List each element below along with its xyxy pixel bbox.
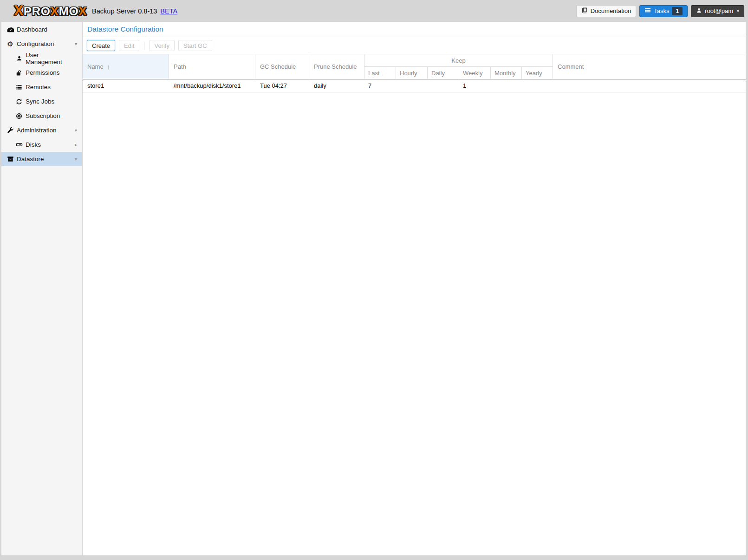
wordmark-part: X	[51, 4, 59, 18]
wordmark-part: X	[78, 4, 87, 18]
gears-icon: ⚙	[6, 40, 14, 47]
column-header-keep-weekly[interactable]: Weekly	[459, 67, 491, 79]
tasks-button-label: Tasks	[654, 7, 669, 14]
documentation-button[interactable]: Documentation	[576, 5, 636, 17]
sidebar-item-remotes[interactable]: Remotes	[1, 80, 82, 94]
sidebar-item-subscription[interactable]: Subscription	[1, 109, 82, 123]
sidebar-item-dashboard[interactable]: Dashboard	[1, 22, 82, 37]
create-button[interactable]: Create	[87, 40, 115, 51]
gear-glyph: ⚙	[7, 40, 13, 47]
sidebar-item-label: Sync Jobs	[26, 98, 54, 105]
list-icon	[15, 84, 23, 91]
documentation-button-label: Documentation	[591, 7, 631, 14]
chevron-down-icon[interactable]: ▾	[75, 156, 77, 162]
user-icon	[15, 55, 23, 61]
book-icon	[581, 7, 588, 15]
sidebar-item-label: Dashboard	[17, 26, 47, 33]
beta-link[interactable]: BETA	[160, 7, 177, 15]
top-header: X PROXMOX Backup Server 0.8-13 BETA Docu…	[0, 0, 748, 22]
table-header: Name ↑ Path GC Schedule Prune Schedule K…	[83, 54, 746, 79]
sidebar-item-label: User Management	[26, 52, 77, 65]
sync-icon	[15, 98, 23, 105]
sidebar-item-permissions[interactable]: Permissions	[1, 65, 82, 80]
table-row-store1[interactable]: store1 /mnt/backup/disk1/store1 Tue 04:2…	[83, 79, 746, 92]
sidebar-item-datastore[interactable]: Datastore ▾	[1, 152, 82, 166]
column-header-keep-yearly[interactable]: Yearly	[522, 67, 553, 79]
product-version-label: Backup Server 0.8-13	[92, 7, 157, 15]
column-header-keep-daily[interactable]: Daily	[428, 67, 459, 79]
hdd-icon	[15, 141, 23, 148]
column-group-keep-label: Keep	[364, 54, 553, 67]
cell-keep-last: 7	[364, 82, 396, 89]
chevron-down-icon: ▾	[737, 8, 739, 13]
column-header-comment[interactable]: Comment	[553, 54, 746, 79]
start-gc-button[interactable]: Start GC	[178, 40, 212, 51]
proxmox-x-icon: X	[14, 4, 23, 18]
user-menu-label: root@pam	[705, 7, 733, 14]
sidebar-item-user-management[interactable]: User Management	[1, 51, 82, 65]
archive-icon	[6, 156, 14, 163]
chevron-right-icon[interactable]: ▸	[75, 142, 77, 147]
edit-button[interactable]: Edit	[119, 40, 139, 51]
column-header-keep-monthly[interactable]: Monthly	[491, 67, 522, 79]
column-header-gc-schedule[interactable]: GC Schedule	[255, 54, 309, 79]
life-ring-icon	[15, 113, 23, 119]
tasks-count-badge: 1	[672, 7, 683, 15]
panel-titlebar: Datastore Configuration	[83, 22, 746, 37]
datastore-toolbar: Create Edit Verify Start GC	[83, 37, 746, 54]
unlock-icon	[15, 70, 23, 76]
wordmark-part: PRO	[24, 4, 51, 18]
cell-prune-schedule: daily	[309, 82, 364, 89]
wrench-icon	[6, 127, 14, 134]
app-frame: Dashboard ⚙ Configuration ▾ User Managem…	[1, 22, 746, 555]
toolbar-separator	[144, 42, 144, 50]
column-header-keep-last[interactable]: Last	[364, 67, 396, 79]
sort-ascending-icon: ↑	[107, 64, 111, 70]
sidebar-item-label: Administration	[17, 127, 57, 134]
verify-button[interactable]: Verify	[149, 40, 175, 51]
sidebar-nav: Dashboard ⚙ Configuration ▾ User Managem…	[1, 22, 82, 555]
proxmox-wordmark: PROXMOX	[24, 4, 87, 18]
sidebar-item-label: Subscription	[26, 112, 60, 119]
column-header-label: Name	[87, 63, 104, 70]
tasks-button[interactable]: Tasks 1	[639, 5, 688, 17]
proxmox-logo: X PROXMOX	[14, 4, 87, 18]
page-title: Datastore Configuration	[87, 25, 163, 33]
chevron-down-icon[interactable]: ▾	[75, 128, 77, 133]
column-header-keep-hourly[interactable]: Hourly	[396, 67, 428, 79]
sidebar-item-disks[interactable]: Disks ▸	[1, 137, 82, 152]
chevron-down-icon[interactable]: ▾	[75, 41, 77, 46]
sidebar-item-label: Configuration	[17, 40, 54, 47]
sidebar-item-sync-jobs[interactable]: Sync Jobs	[1, 94, 82, 109]
cell-name: store1	[83, 82, 169, 89]
user-menu-button[interactable]: root@pam ▾	[691, 5, 744, 17]
sidebar-item-label: Permissions	[26, 69, 60, 76]
user-icon	[696, 7, 702, 15]
table-empty-area	[83, 92, 746, 555]
column-group-keep: Keep Last Hourly Daily Weekly Monthly Ye…	[364, 54, 553, 79]
main-panel: Datastore Configuration Create Edit Veri…	[83, 22, 746, 555]
sidebar-item-label: Datastore	[17, 156, 44, 163]
column-header-name[interactable]: Name ↑	[83, 54, 169, 79]
sidebar-item-configuration[interactable]: ⚙ Configuration ▾	[1, 37, 82, 51]
cell-gc-schedule: Tue 04:27	[255, 82, 309, 89]
topbar-actions: Documentation Tasks 1 root@pam ▾	[576, 5, 744, 17]
tachometer-icon	[6, 26, 14, 33]
cell-path: /mnt/backup/disk1/store1	[169, 82, 255, 89]
wordmark-part: MO	[59, 4, 78, 18]
sidebar-item-label: Remotes	[26, 84, 51, 91]
sidebar-item-administration[interactable]: Administration ▾	[1, 123, 82, 137]
keep-subcolumns: Last Hourly Daily Weekly Monthly Yearly	[364, 67, 553, 79]
task-list-icon	[644, 7, 651, 15]
column-header-prune-schedule[interactable]: Prune Schedule	[309, 54, 364, 79]
column-header-path[interactable]: Path	[169, 54, 255, 79]
cell-keep-weekly: 1	[459, 82, 491, 89]
sidebar-item-label: Disks	[26, 141, 41, 148]
